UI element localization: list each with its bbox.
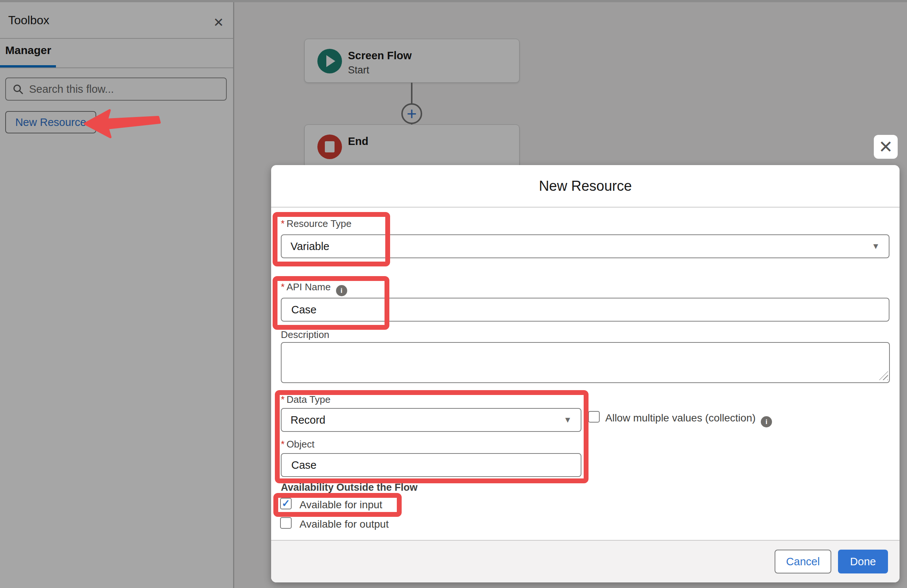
modal-title: New Resource (539, 178, 632, 194)
modal-footer: Cancel Done (271, 540, 899, 582)
data-type-value: Record (290, 414, 325, 426)
available-for-output-checkbox[interactable]: ✓ (280, 517, 292, 529)
availability-heading: Availability Outside the Flow (281, 482, 418, 493)
description-label: Description (281, 329, 329, 340)
api-name-field[interactable] (281, 298, 889, 321)
allow-multiple-checkbox[interactable]: ✓ (588, 411, 600, 423)
done-button[interactable]: Done (838, 550, 888, 574)
cancel-button[interactable]: Cancel (775, 550, 831, 574)
chevron-down-icon: ▼ (872, 241, 880, 251)
chevron-down-icon: ▼ (564, 415, 572, 425)
data-type-combobox[interactable]: Record ▼ (281, 408, 582, 432)
data-type-label: *Data Type (281, 394, 330, 406)
available-for-input-label: Available for input (300, 499, 382, 511)
modal-header: New Resource (271, 165, 899, 208)
new-resource-modal: New Resource *Resource Type Variable ▼ *… (271, 165, 899, 582)
available-for-input-checkbox[interactable]: ✓ (280, 498, 292, 510)
resource-type-value: Variable (290, 240, 329, 252)
api-name-label: *API Namei (281, 281, 347, 296)
api-name-input[interactable] (290, 303, 880, 316)
info-icon[interactable]: i (336, 285, 347, 296)
required-marker: * (281, 439, 285, 450)
modal-close-icon[interactable]: ✕ (874, 135, 898, 159)
required-marker: * (281, 218, 285, 229)
check-icon: ✓ (282, 499, 290, 509)
object-label: *Object (281, 439, 314, 450)
available-for-output-label: Available for output (300, 518, 389, 530)
object-field[interactable] (281, 453, 582, 477)
required-marker: * (281, 394, 285, 405)
required-marker: * (281, 281, 285, 292)
object-input[interactable] (290, 459, 572, 472)
resource-type-label: *Resource Type (281, 218, 352, 230)
resource-type-combobox[interactable]: Variable ▼ (281, 234, 889, 258)
info-icon[interactable]: i (761, 416, 772, 427)
description-textarea[interactable] (281, 342, 890, 383)
allow-multiple-label: Allow multiple values (collection)i (605, 412, 772, 427)
